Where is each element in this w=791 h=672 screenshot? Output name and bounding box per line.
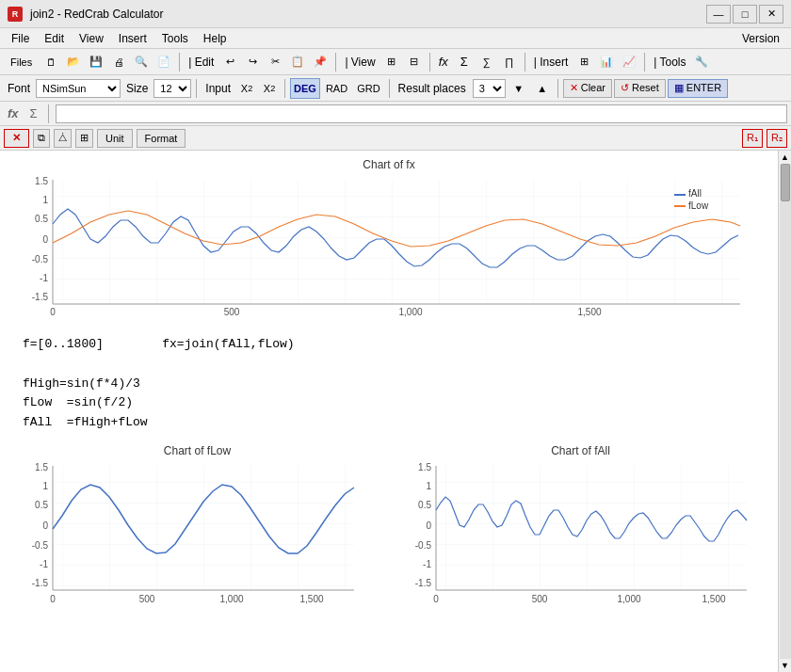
code-line-blank [23, 355, 763, 375]
close-action-button[interactable]: ✕ [4, 129, 29, 148]
svg-text:-0.5: -0.5 [32, 254, 49, 264]
scroll-up-button[interactable]: ▲ [779, 151, 792, 164]
chart-flow-title: Chart of fLow [15, 444, 379, 457]
result-down[interactable]: ▼ [508, 78, 529, 99]
result-label: Result places [395, 82, 470, 95]
menu-help[interactable]: Help [196, 30, 234, 47]
menu-bar: File Edit View Insert Tools Help Version [0, 28, 791, 49]
svg-text:-1.5: -1.5 [415, 578, 432, 588]
minimize-button[interactable]: — [706, 5, 731, 24]
svg-text:1.5: 1.5 [418, 462, 431, 472]
app-icon: R [8, 7, 23, 22]
fx-sum[interactable]: ∑ [476, 52, 497, 72]
deg-button[interactable]: DEG [290, 78, 320, 99]
menu-view[interactable]: View [72, 30, 111, 47]
menu-tools[interactable]: Tools [154, 30, 196, 47]
edit-label: | Edit [185, 56, 218, 69]
svg-text:-1.5: -1.5 [32, 292, 49, 302]
svg-text:-1: -1 [423, 559, 431, 569]
code-line-1: f=[0..1800] fx=join(fAll,fLow) [23, 335, 763, 355]
toolbar-main: Files 🗒 📂 💾 🖨 🔍 📄 | Edit ↩ ↪ ✂ 📋 📌 | Vie… [0, 49, 791, 75]
svg-text:0: 0 [50, 307, 56, 317]
reset-button[interactable]: ↺ Reset [614, 79, 666, 98]
unit-button[interactable]: Unit [97, 129, 133, 148]
formula-input[interactable] [56, 104, 787, 123]
svg-text:1.5: 1.5 [35, 462, 48, 472]
fx-icon: fx [4, 106, 23, 120]
view-btn1[interactable]: ⊞ [381, 52, 402, 72]
files-button[interactable]: Files [4, 52, 39, 72]
menu-edit[interactable]: Edit [37, 30, 72, 47]
size-select[interactable]: 12 [153, 79, 191, 98]
view-action-button[interactable]: ⊞ [75, 129, 93, 148]
copy-action-button[interactable]: ⧉ [33, 129, 50, 148]
cut-button[interactable]: ✂ [265, 52, 285, 72]
svg-text:1,500: 1,500 [299, 594, 323, 604]
vertical-scrollbar[interactable]: ▲ ▼ [778, 151, 791, 672]
new-button[interactable]: 🗒 [40, 52, 61, 72]
x-sub-button[interactable]: X2 [259, 78, 280, 99]
result-up[interactable]: ▲ [532, 78, 553, 99]
font-select[interactable]: NSimSun [36, 79, 121, 98]
view-btn2[interactable]: ⊟ [404, 52, 425, 72]
red-btn1[interactable]: R₁ [742, 129, 763, 148]
copy-button[interactable]: 📋 [287, 52, 308, 72]
grd-button[interactable]: GRD [353, 78, 383, 99]
save-button[interactable]: 💾 [86, 52, 106, 72]
menu-version[interactable]: Version [734, 30, 787, 47]
redo-button[interactable]: ↪ [242, 52, 263, 72]
scroll-down-button[interactable]: ▼ [779, 659, 792, 672]
menu-file[interactable]: File [4, 30, 37, 47]
menu-insert[interactable]: Insert [111, 30, 154, 47]
svg-text:-0.5: -0.5 [415, 540, 432, 551]
chart-fall-container: Chart of fAll 1.5 1 0.5 0 -0.5 -1 -1.5 0… [398, 444, 763, 619]
size-label: Size [122, 82, 152, 95]
svg-text:0.5: 0.5 [35, 500, 48, 510]
main-chart-svg: 1.5 1 0.5 0 -0.5 -1 -1.5 0 500 1,000 1,5… [15, 175, 759, 321]
enter-button[interactable]: ▦ ENTER [668, 79, 728, 98]
svg-rect-16 [674, 205, 686, 207]
result-select[interactable]: 3 [473, 79, 506, 98]
paste-action-button[interactable]: ⧊ [54, 129, 72, 148]
insert-btn1[interactable]: ⊞ [573, 52, 594, 72]
preview-button[interactable]: 🔍 [131, 52, 152, 72]
svg-text:1: 1 [42, 481, 48, 491]
export-button[interactable]: 📄 [153, 52, 174, 72]
insert-btn2[interactable]: 📊 [596, 52, 617, 72]
svg-text:1,000: 1,000 [398, 307, 422, 317]
fx-pi[interactable]: ∏ [499, 52, 520, 72]
chart-fall-svg: 1.5 1 0.5 0 -0.5 -1 -1.5 0 500 1,000 1,5… [398, 461, 756, 616]
chart-fall-title: Chart of fAll [398, 444, 763, 457]
fx-sigma[interactable]: Σ [454, 52, 475, 72]
open-button[interactable]: 📂 [63, 52, 84, 72]
svg-text:0: 0 [426, 520, 431, 531]
undo-button[interactable]: ↩ [219, 52, 240, 72]
scroll-thumb[interactable] [781, 164, 790, 201]
insert-label: | Insert [530, 56, 572, 69]
svg-text:-0.5: -0.5 [32, 540, 49, 551]
rad-button[interactable]: RAD [322, 78, 351, 99]
action-bar: ✕ ⧉ ⧊ ⊞ Unit Format R₁ R₂ [0, 126, 791, 151]
svg-text:1: 1 [426, 481, 431, 491]
main-chart-container: Chart of fx 1.5 1 0.5 [15, 158, 763, 324]
svg-text:1: 1 [42, 195, 48, 205]
insert-btn3[interactable]: 📈 [619, 52, 639, 72]
red-btn2[interactable]: R₂ [767, 129, 787, 148]
format-button[interactable]: Format [137, 129, 186, 148]
close-button[interactable]: ✕ [759, 5, 783, 24]
print-button[interactable]: 🖨 [108, 52, 129, 72]
paste-button[interactable]: 📌 [310, 52, 331, 72]
clear-button[interactable]: ✕ Clear [563, 79, 612, 98]
tools-btn[interactable]: 🔧 [691, 52, 712, 72]
svg-text:fLow: fLow [688, 200, 709, 211]
scroll-track[interactable] [780, 164, 791, 659]
maximize-button[interactable]: □ [733, 5, 757, 24]
font-label: Font [4, 82, 34, 95]
fx-label: fx [435, 55, 452, 69]
svg-rect-32 [436, 466, 747, 590]
chart-flow-container: Chart of fLow 1.5 1 0.5 0 -0.5 -1 -1.5 0… [15, 444, 379, 619]
svg-text:1,000: 1,000 [219, 594, 243, 604]
svg-text:0: 0 [433, 594, 439, 604]
x2-button[interactable]: X2 [236, 78, 257, 99]
workspace-inner: Chart of fx 1.5 1 0.5 [0, 151, 778, 627]
